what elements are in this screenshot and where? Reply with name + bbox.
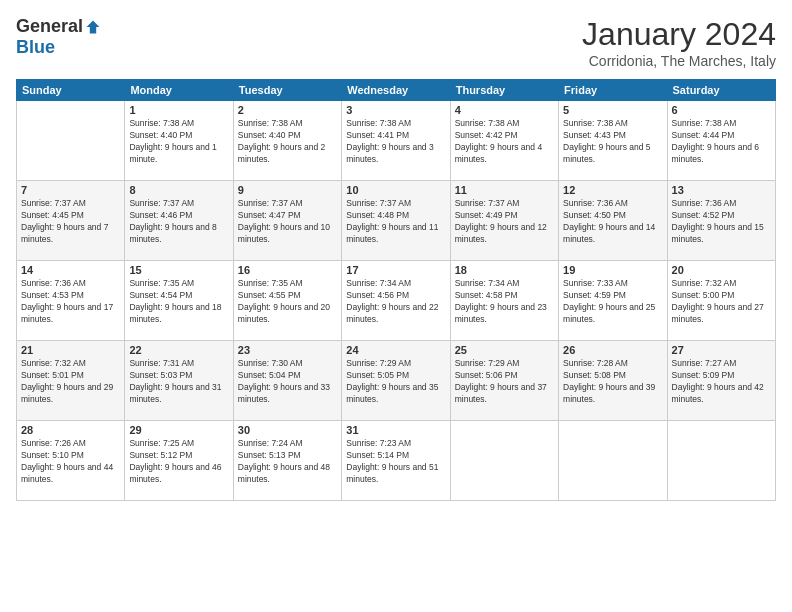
sunrise-text: Sunrise: 7:23 AM bbox=[346, 438, 411, 448]
day-number: 31 bbox=[346, 424, 445, 436]
sunset-text: Sunset: 4:54 PM bbox=[129, 290, 192, 300]
daylight-text: Daylight: 9 hours and 7 minutes. bbox=[21, 222, 108, 244]
table-row: 1 Sunrise: 7:38 AM Sunset: 4:40 PM Dayli… bbox=[125, 101, 233, 181]
day-number: 6 bbox=[672, 104, 771, 116]
table-row: 4 Sunrise: 7:38 AM Sunset: 4:42 PM Dayli… bbox=[450, 101, 558, 181]
calendar-week-row: 1 Sunrise: 7:38 AM Sunset: 4:40 PM Dayli… bbox=[17, 101, 776, 181]
logo: General Blue bbox=[16, 16, 101, 58]
table-row: 21 Sunrise: 7:32 AM Sunset: 5:01 PM Dayl… bbox=[17, 341, 125, 421]
daylight-text: Daylight: 9 hours and 17 minutes. bbox=[21, 302, 113, 324]
calendar-week-row: 7 Sunrise: 7:37 AM Sunset: 4:45 PM Dayli… bbox=[17, 181, 776, 261]
day-number: 5 bbox=[563, 104, 662, 116]
sunset-text: Sunset: 4:58 PM bbox=[455, 290, 518, 300]
sunset-text: Sunset: 5:08 PM bbox=[563, 370, 626, 380]
table-row: 3 Sunrise: 7:38 AM Sunset: 4:41 PM Dayli… bbox=[342, 101, 450, 181]
daylight-text: Daylight: 9 hours and 46 minutes. bbox=[129, 462, 221, 484]
sunrise-text: Sunrise: 7:25 AM bbox=[129, 438, 194, 448]
calendar-week-row: 21 Sunrise: 7:32 AM Sunset: 5:01 PM Dayl… bbox=[17, 341, 776, 421]
day-info: Sunrise: 7:37 AM Sunset: 4:48 PM Dayligh… bbox=[346, 198, 445, 246]
day-info: Sunrise: 7:36 AM Sunset: 4:53 PM Dayligh… bbox=[21, 278, 120, 326]
day-info: Sunrise: 7:38 AM Sunset: 4:40 PM Dayligh… bbox=[129, 118, 228, 166]
sunset-text: Sunset: 5:12 PM bbox=[129, 450, 192, 460]
table-row: 6 Sunrise: 7:38 AM Sunset: 4:44 PM Dayli… bbox=[667, 101, 775, 181]
sunrise-text: Sunrise: 7:36 AM bbox=[563, 198, 628, 208]
daylight-text: Daylight: 9 hours and 3 minutes. bbox=[346, 142, 433, 164]
day-number: 15 bbox=[129, 264, 228, 276]
sunrise-text: Sunrise: 7:35 AM bbox=[238, 278, 303, 288]
daylight-text: Daylight: 9 hours and 33 minutes. bbox=[238, 382, 330, 404]
day-number: 11 bbox=[455, 184, 554, 196]
daylight-text: Daylight: 9 hours and 27 minutes. bbox=[672, 302, 764, 324]
day-number: 20 bbox=[672, 264, 771, 276]
daylight-text: Daylight: 9 hours and 1 minute. bbox=[129, 142, 216, 164]
table-row: 5 Sunrise: 7:38 AM Sunset: 4:43 PM Dayli… bbox=[559, 101, 667, 181]
day-info: Sunrise: 7:37 AM Sunset: 4:45 PM Dayligh… bbox=[21, 198, 120, 246]
table-row: 2 Sunrise: 7:38 AM Sunset: 4:40 PM Dayli… bbox=[233, 101, 341, 181]
day-info: Sunrise: 7:25 AM Sunset: 5:12 PM Dayligh… bbox=[129, 438, 228, 486]
sunset-text: Sunset: 4:59 PM bbox=[563, 290, 626, 300]
table-row: 23 Sunrise: 7:30 AM Sunset: 5:04 PM Dayl… bbox=[233, 341, 341, 421]
day-number: 19 bbox=[563, 264, 662, 276]
table-row: 18 Sunrise: 7:34 AM Sunset: 4:58 PM Dayl… bbox=[450, 261, 558, 341]
daylight-text: Daylight: 9 hours and 42 minutes. bbox=[672, 382, 764, 404]
daylight-text: Daylight: 9 hours and 25 minutes. bbox=[563, 302, 655, 324]
day-number: 8 bbox=[129, 184, 228, 196]
table-row: 24 Sunrise: 7:29 AM Sunset: 5:05 PM Dayl… bbox=[342, 341, 450, 421]
table-row bbox=[667, 421, 775, 501]
daylight-text: Daylight: 9 hours and 2 minutes. bbox=[238, 142, 325, 164]
sunrise-text: Sunrise: 7:36 AM bbox=[21, 278, 86, 288]
day-info: Sunrise: 7:35 AM Sunset: 4:54 PM Dayligh… bbox=[129, 278, 228, 326]
title-section: January 2024 Corridonia, The Marches, It… bbox=[582, 16, 776, 69]
sunset-text: Sunset: 5:13 PM bbox=[238, 450, 301, 460]
header-sunday: Sunday bbox=[17, 80, 125, 101]
day-info: Sunrise: 7:35 AM Sunset: 4:55 PM Dayligh… bbox=[238, 278, 337, 326]
table-row: 25 Sunrise: 7:29 AM Sunset: 5:06 PM Dayl… bbox=[450, 341, 558, 421]
subtitle: Corridonia, The Marches, Italy bbox=[582, 53, 776, 69]
table-row: 19 Sunrise: 7:33 AM Sunset: 4:59 PM Dayl… bbox=[559, 261, 667, 341]
table-row bbox=[17, 101, 125, 181]
table-row: 28 Sunrise: 7:26 AM Sunset: 5:10 PM Dayl… bbox=[17, 421, 125, 501]
daylight-text: Daylight: 9 hours and 51 minutes. bbox=[346, 462, 438, 484]
table-row: 27 Sunrise: 7:27 AM Sunset: 5:09 PM Dayl… bbox=[667, 341, 775, 421]
daylight-text: Daylight: 9 hours and 31 minutes. bbox=[129, 382, 221, 404]
sunrise-text: Sunrise: 7:30 AM bbox=[238, 358, 303, 368]
sunrise-text: Sunrise: 7:28 AM bbox=[563, 358, 628, 368]
day-info: Sunrise: 7:38 AM Sunset: 4:43 PM Dayligh… bbox=[563, 118, 662, 166]
day-number: 16 bbox=[238, 264, 337, 276]
sunset-text: Sunset: 4:52 PM bbox=[672, 210, 735, 220]
sunset-text: Sunset: 4:40 PM bbox=[129, 130, 192, 140]
table-row: 30 Sunrise: 7:24 AM Sunset: 5:13 PM Dayl… bbox=[233, 421, 341, 501]
calendar-table: Sunday Monday Tuesday Wednesday Thursday… bbox=[16, 79, 776, 501]
header-thursday: Thursday bbox=[450, 80, 558, 101]
sunset-text: Sunset: 4:44 PM bbox=[672, 130, 735, 140]
day-number: 25 bbox=[455, 344, 554, 356]
day-info: Sunrise: 7:38 AM Sunset: 4:42 PM Dayligh… bbox=[455, 118, 554, 166]
sunset-text: Sunset: 4:41 PM bbox=[346, 130, 409, 140]
sunset-text: Sunset: 4:45 PM bbox=[21, 210, 84, 220]
day-info: Sunrise: 7:31 AM Sunset: 5:03 PM Dayligh… bbox=[129, 358, 228, 406]
header-friday: Friday bbox=[559, 80, 667, 101]
sunset-text: Sunset: 4:55 PM bbox=[238, 290, 301, 300]
sunrise-text: Sunrise: 7:34 AM bbox=[346, 278, 411, 288]
header-saturday: Saturday bbox=[667, 80, 775, 101]
day-number: 21 bbox=[21, 344, 120, 356]
table-row: 22 Sunrise: 7:31 AM Sunset: 5:03 PM Dayl… bbox=[125, 341, 233, 421]
daylight-text: Daylight: 9 hours and 48 minutes. bbox=[238, 462, 330, 484]
day-number: 26 bbox=[563, 344, 662, 356]
day-number: 3 bbox=[346, 104, 445, 116]
sunrise-text: Sunrise: 7:26 AM bbox=[21, 438, 86, 448]
daylight-text: Daylight: 9 hours and 35 minutes. bbox=[346, 382, 438, 404]
table-row: 17 Sunrise: 7:34 AM Sunset: 4:56 PM Dayl… bbox=[342, 261, 450, 341]
sunrise-text: Sunrise: 7:32 AM bbox=[21, 358, 86, 368]
day-info: Sunrise: 7:32 AM Sunset: 5:00 PM Dayligh… bbox=[672, 278, 771, 326]
sunrise-text: Sunrise: 7:38 AM bbox=[238, 118, 303, 128]
day-number: 17 bbox=[346, 264, 445, 276]
sunrise-text: Sunrise: 7:29 AM bbox=[346, 358, 411, 368]
sunset-text: Sunset: 5:03 PM bbox=[129, 370, 192, 380]
day-info: Sunrise: 7:29 AM Sunset: 5:06 PM Dayligh… bbox=[455, 358, 554, 406]
day-info: Sunrise: 7:38 AM Sunset: 4:44 PM Dayligh… bbox=[672, 118, 771, 166]
sunrise-text: Sunrise: 7:37 AM bbox=[21, 198, 86, 208]
sunset-text: Sunset: 4:49 PM bbox=[455, 210, 518, 220]
day-number: 29 bbox=[129, 424, 228, 436]
table-row: 10 Sunrise: 7:37 AM Sunset: 4:48 PM Dayl… bbox=[342, 181, 450, 261]
